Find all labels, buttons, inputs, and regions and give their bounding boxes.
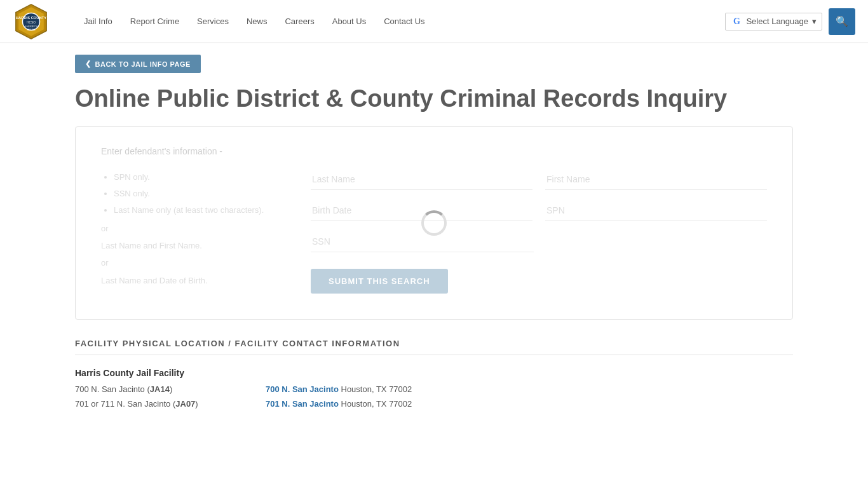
logo-area[interactable]: HARRIS COUNTY HCSO SHERIFF'S OFFICE [13, 3, 50, 40]
facility-address-right-2: 701 N. San Jacinto Houston, TX 77002 [266, 399, 793, 409]
facility-section-title: FACILITY PHYSICAL LOCATION / FACILITY CO… [75, 339, 793, 355]
facility-code-2: JA07 [175, 399, 195, 409]
facility-address-end-2: ) [195, 399, 198, 409]
facility-address-left-2: 701 or 711 N. San Jacinto (JA07) [75, 399, 266, 409]
facility-section: FACILITY PHYSICAL LOCATION / FACILITY CO… [75, 339, 793, 409]
nav-careers[interactable]: Careers [276, 0, 323, 43]
google-g-icon: G [731, 16, 742, 27]
search-form-card: Enter defendant's information - SPN only… [75, 126, 793, 320]
loading-spinner [421, 210, 447, 236]
page-title: Online Public District & County Criminal… [75, 85, 868, 114]
nav-about-us[interactable]: About Us [323, 0, 375, 43]
logo-svg: HARRIS COUNTY HCSO SHERIFF'S OFFICE [13, 3, 50, 40]
nav-news[interactable]: News [238, 0, 276, 43]
svg-text:HCSO: HCSO [27, 20, 36, 24]
main-nav: Jail Info Report Crime Services News Car… [75, 0, 725, 43]
facility-city-2: Houston, TX 77002 [339, 399, 412, 409]
nav-report-crime[interactable]: Report Crime [121, 0, 188, 43]
back-button[interactable]: ❮ BACK TO JAIL INFO PAGE [75, 55, 201, 73]
facility-name: Harris County Jail Facility [75, 368, 793, 378]
facility-address-text-1: 700 N. San Jacinto ( [75, 384, 150, 394]
svg-text:OFFICE: OFFICE [27, 28, 36, 30]
facility-row-1: 700 N. San Jacinto (JA14) 700 N. San Jac… [75, 384, 793, 394]
facility-address-link-1[interactable]: 700 N. San Jacinto [266, 384, 339, 394]
svg-text:HARRIS COUNTY: HARRIS COUNTY [16, 16, 46, 20]
facility-address-text-2: 701 or 711 N. San Jacinto ( [75, 399, 175, 409]
facility-address-end-1: ) [170, 384, 172, 394]
facility-address-right-1: 700 N. San Jacinto Houston, TX 77002 [266, 384, 793, 394]
facility-address-left-1: 700 N. San Jacinto (JA14) [75, 384, 266, 394]
facility-code-1: JA14 [150, 384, 170, 394]
loading-spinner-overlay [76, 127, 792, 319]
site-header: HARRIS COUNTY HCSO SHERIFF'S OFFICE Jail… [0, 0, 868, 43]
facility-city-1: Houston, TX 77002 [339, 384, 412, 394]
translate-label: Select Language [746, 17, 808, 26]
back-button-label: BACK TO JAIL INFO PAGE [95, 60, 191, 68]
chevron-left-icon: ❮ [85, 60, 92, 68]
nav-jail-info[interactable]: Jail Info [75, 0, 121, 43]
nav-services[interactable]: Services [188, 0, 238, 43]
translate-widget[interactable]: G Select Language ▾ [725, 13, 822, 30]
nav-contact-us[interactable]: Contact Us [375, 0, 433, 43]
header-right: G Select Language ▾ 🔍 [725, 8, 855, 35]
svg-text:SHERIFF'S: SHERIFF'S [25, 25, 37, 27]
facility-row-2: 701 or 711 N. San Jacinto (JA07) 701 N. … [75, 399, 793, 409]
translate-dropdown-icon: ▾ [812, 17, 817, 26]
search-icon: 🔍 [836, 15, 848, 27]
search-button[interactable]: 🔍 [829, 8, 855, 35]
facility-address-link-2[interactable]: 701 N. San Jacinto [266, 399, 339, 409]
